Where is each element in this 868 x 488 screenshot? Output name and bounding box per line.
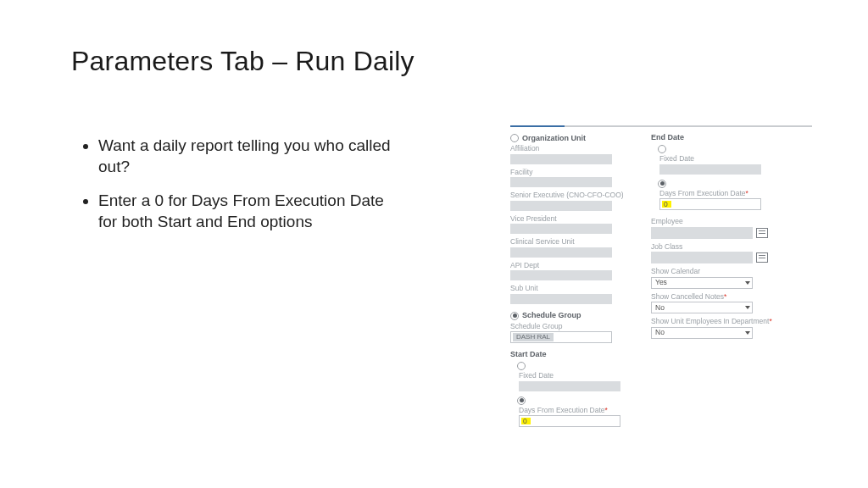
vp-input [510, 224, 612, 234]
show-calendar-label: Show Calendar [651, 268, 776, 275]
bullet-item: Enter a 0 for Days From Execution Date f… [98, 191, 403, 232]
radio-icon[interactable] [510, 134, 519, 142]
start-fixed-date-input [519, 381, 620, 391]
end-date-days-option[interactable] [658, 180, 776, 188]
employee-input[interactable] [651, 227, 753, 239]
employee-label: Employee [651, 218, 776, 225]
show-unit-emp-label: Show Unit Employees In Department* [651, 318, 776, 325]
list-icon[interactable] [756, 228, 768, 238]
schedule-group-input[interactable]: DASH RAL [510, 331, 612, 343]
select-value: No [655, 304, 665, 312]
end-date-fixed-option[interactable] [658, 145, 776, 153]
bullet-list: Want a daily report telling you who call… [81, 136, 403, 247]
start-date-fixed-option[interactable] [517, 362, 644, 370]
schedule-group-header[interactable]: Schedule Group [510, 312, 644, 320]
parameters-panel: Organization Unit Affiliation Facility S… [510, 125, 812, 431]
show-calendar-select[interactable]: Yes [651, 277, 753, 289]
list-icon[interactable] [756, 252, 768, 263]
affiliation-input [510, 154, 612, 164]
start-days-from-label: Days From Execution Date* [519, 407, 644, 414]
end-days-from-input[interactable]: 0 [659, 198, 761, 210]
select-value: Yes [655, 279, 667, 286]
sub-unit-label: Sub Unit [510, 285, 644, 292]
end-fixed-date-label: Fixed Date [659, 155, 776, 163]
senior-exec-input [510, 201, 612, 211]
clinical-input [510, 247, 612, 258]
job-class-label: Job Class [651, 243, 776, 251]
radio-icon[interactable] [658, 145, 666, 153]
facility-input [510, 177, 612, 187]
sub-unit-input [510, 294, 612, 304]
facility-label: Facility [510, 169, 644, 176]
radio-icon[interactable] [517, 396, 526, 405]
highlighted-value: 0 [521, 418, 531, 425]
chevron-down-icon [745, 331, 750, 335]
affiliation-label: Affiliation [510, 145, 644, 152]
show-cancelled-label: Show Cancelled Notes* [651, 293, 776, 301]
schedule-group-label: Schedule Group [510, 323, 644, 330]
api-dept-label: API Dept [510, 262, 644, 269]
start-fixed-date-label: Fixed Date [519, 372, 644, 380]
chevron-down-icon [745, 281, 750, 285]
end-days-from-label: Days From Execution Date* [659, 190, 776, 197]
clinical-label: Clinical Service Unit [510, 238, 644, 246]
show-cancelled-select[interactable]: No [651, 302, 753, 313]
start-days-from-input[interactable]: 0 [519, 415, 620, 427]
end-fixed-date-input [659, 164, 761, 175]
end-date-header: End Date [651, 134, 684, 141]
org-unit-header[interactable]: Organization Unit [510, 134, 644, 142]
bullet-item: Want a daily report telling you who call… [98, 136, 403, 177]
start-date-header: Start Date [510, 351, 547, 358]
slide-title: Parameters Tab – Run Daily [71, 46, 415, 77]
api-dept-input [510, 270, 612, 280]
org-unit-label: Organization Unit [522, 135, 586, 142]
radio-icon[interactable] [658, 180, 666, 188]
show-unit-emp-select[interactable]: No [651, 327, 753, 339]
select-value: No [655, 329, 665, 336]
tab-strip [510, 125, 812, 127]
start-date-days-option[interactable] [517, 396, 644, 405]
schedule-group-chip: DASH RAL [513, 333, 554, 341]
schedule-group-header-label: Schedule Group [522, 312, 581, 319]
job-class-input[interactable] [651, 252, 753, 263]
radio-icon[interactable] [517, 362, 526, 370]
vp-label: Vice President [510, 215, 644, 223]
highlighted-value: 0 [662, 201, 671, 208]
senior-exec-label: Senior Executive (CNO-CFO-COO) [510, 191, 644, 199]
radio-icon[interactable] [510, 312, 519, 320]
chevron-down-icon [745, 306, 750, 309]
